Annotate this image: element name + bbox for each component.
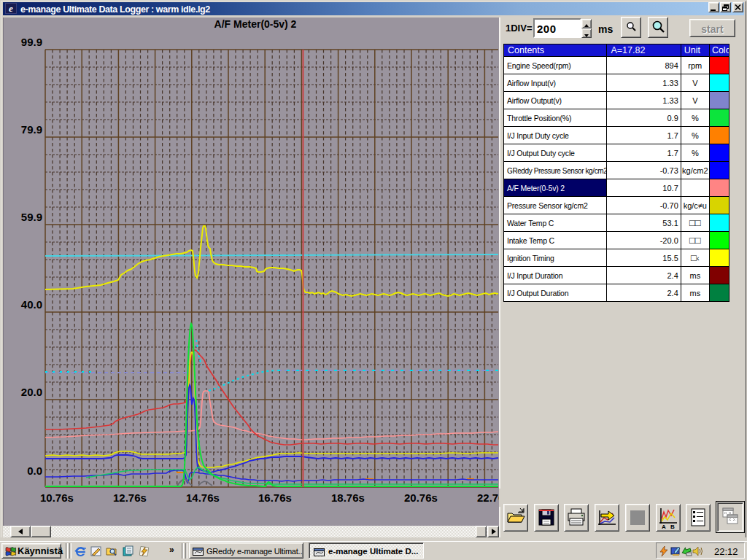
svg-text:B: B: [670, 524, 675, 530]
svg-text:A: A: [662, 524, 666, 530]
